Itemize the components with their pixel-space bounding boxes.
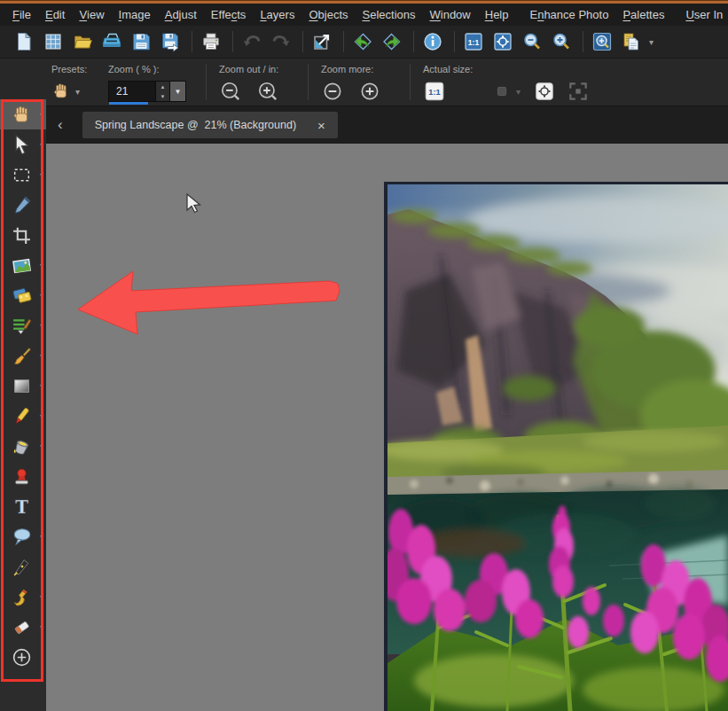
straighten-tool[interactable]: ▾ — [0, 250, 46, 280]
tab-close-icon[interactable]: × — [317, 119, 325, 132]
gradient-tool[interactable]: ▾ — [0, 371, 46, 401]
presets-caret-icon[interactable]: ▾ — [75, 87, 80, 97]
zoom-input[interactable] — [108, 81, 156, 102]
zoom-more-in-button[interactable] — [358, 80, 381, 103]
menu-window[interactable]: Window — [422, 4, 477, 26]
zoom-out-button[interactable] — [519, 28, 545, 55]
picture-tube-tool[interactable] — [0, 461, 46, 491]
add-tools-tool[interactable] — [0, 642, 46, 672]
zoom-dropdown-button[interactable]: ▼ — [170, 81, 186, 102]
zoom-out-button[interactable] — [219, 80, 242, 103]
pick-tool[interactable]: ▾ — [0, 129, 46, 160]
spin-up-button[interactable]: ▲ — [156, 82, 169, 91]
pen-tool[interactable] — [0, 551, 46, 582]
actual-size-button[interactable]: 1:1 — [460, 28, 487, 55]
resize-button[interactable] — [309, 28, 335, 55]
save-as-icon — [160, 31, 181, 52]
zoom-spin-buttons: ▲ ▼ — [156, 81, 170, 102]
color-replacer-icon — [11, 315, 33, 337]
clone-tool[interactable]: ▾ — [0, 280, 46, 310]
menu-user-interface[interactable]: User In — [678, 4, 728, 26]
undo-last-button[interactable] — [349, 28, 376, 55]
zoom-tool-toggle-button[interactable] — [589, 28, 615, 55]
eraser-tool[interactable]: ▾ — [0, 612, 46, 642]
zoom-percent-label: Zoom ( % ): — [108, 64, 193, 74]
flyout-caret-icon[interactable]: ▾ — [40, 171, 43, 179]
save-as-button[interactable] — [157, 28, 184, 55]
pan-tool[interactable]: ▾ — [0, 99, 46, 129]
new-icon — [13, 31, 35, 52]
new-image-button[interactable] — [11, 28, 37, 55]
options-separator — [206, 64, 207, 100]
text-tool[interactable]: T — [0, 491, 46, 521]
svg-text:T: T — [15, 496, 28, 517]
document-image[interactable] — [384, 182, 728, 711]
spin-down-button[interactable]: ▼ — [156, 91, 169, 101]
color-replacer-tool[interactable]: ▾ — [0, 310, 46, 340]
menu-help[interactable]: Help — [478, 4, 516, 26]
browse-button[interactable] — [40, 28, 67, 55]
zoom-tool-icon — [591, 31, 613, 52]
menu-palettes[interactable]: Palettes — [615, 4, 671, 26]
redo-last-button[interactable] — [379, 28, 405, 55]
flyout-caret-icon[interactable]: ▾ — [40, 593, 43, 601]
flyout-caret-icon[interactable]: ▾ — [40, 141, 43, 149]
menu-adjust[interactable]: Adjust — [158, 4, 204, 26]
flyout-caret-icon[interactable]: ▾ — [40, 352, 43, 360]
menu-enhance-photo[interactable]: Enhance Photo — [522, 4, 615, 26]
menu-image[interactable]: Image — [112, 4, 158, 26]
print-button[interactable] — [198, 28, 224, 55]
menu-file[interactable]: File — [5, 4, 38, 26]
actual-size-icon: 1:1 — [463, 31, 484, 52]
flyout-caret-icon[interactable]: ▾ — [40, 292, 43, 300]
flyout-caret-icon[interactable]: ▾ — [40, 262, 43, 270]
copy-special-caret-icon[interactable]: ▾ — [649, 37, 654, 47]
landscape-photo — [387, 184, 728, 711]
flyout-caret-icon[interactable]: ▾ — [40, 623, 43, 631]
flyout-caret-icon[interactable]: ▾ — [40, 322, 43, 330]
fit-image-to-window-button[interactable] — [489, 28, 516, 55]
menu-edit[interactable]: Edit — [38, 4, 72, 26]
warp-brush-tool[interactable]: ▾ — [0, 582, 46, 612]
text-icon: T — [11, 496, 33, 518]
menu-objects[interactable]: Objects — [301, 4, 355, 26]
open-button[interactable] — [69, 28, 96, 55]
menu-layers[interactable]: Layers — [253, 4, 301, 26]
selection-tool[interactable]: ▾ — [0, 160, 46, 190]
zoom-in-mag-icon — [551, 31, 572, 52]
paint-brush-tool[interactable]: ▾ — [0, 340, 46, 371]
flyout-caret-icon[interactable]: ▾ — [40, 382, 43, 390]
zoom-more-out-button[interactable] — [321, 80, 344, 103]
crop-tool[interactable] — [0, 220, 46, 250]
clone-icon — [11, 285, 33, 307]
menu-effects[interactable]: Effects — [204, 4, 254, 26]
zoom-in-button[interactable] — [548, 28, 575, 55]
dropper-tool[interactable] — [0, 190, 46, 220]
presets-hand-icon[interactable] — [51, 82, 71, 101]
undo-button — [239, 28, 265, 55]
lighten-darken-tool[interactable]: ▾ — [0, 401, 46, 431]
document-tab[interactable]: Spring Landscape @ 21% (Background) × — [82, 112, 338, 138]
menu-selections[interactable]: Selections — [356, 4, 423, 26]
preset-shape-tool[interactable]: ▾ — [0, 521, 46, 551]
toolbar-separator — [583, 31, 583, 52]
presets-group: Presets: ▾ — [51, 59, 108, 105]
tool-options-bar: Presets: ▾ Zoom ( % ): ▲ ▼ ▼ — [0, 59, 728, 106]
document-tab-title: Spring Landscape @ 21% (Background) — [95, 119, 296, 131]
flyout-caret-icon[interactable]: ▾ — [40, 111, 43, 119]
copy-special-button[interactable] — [618, 28, 645, 55]
image-information-button[interactable] — [419, 28, 446, 55]
actual-size-button[interactable]: 1:1 — [423, 80, 446, 103]
options-separator — [308, 64, 309, 100]
flyout-caret-icon[interactable]: ▾ — [40, 442, 43, 450]
zoom-in-button[interactable] — [256, 80, 279, 103]
tab-scroll-left-chevron[interactable]: ‹ — [58, 116, 63, 134]
flood-fill-tool[interactable]: ▾ — [0, 431, 46, 461]
flyout-caret-icon[interactable]: ▾ — [40, 533, 43, 541]
fit-window-button[interactable] — [533, 80, 556, 103]
menu-view[interactable]: View — [72, 4, 111, 26]
scan-button[interactable] — [98, 28, 125, 55]
actual-size-group: Actual size: 1:1 ▾ — [423, 59, 590, 105]
flyout-caret-icon[interactable]: ▾ — [40, 412, 43, 420]
save-button[interactable] — [128, 28, 154, 55]
